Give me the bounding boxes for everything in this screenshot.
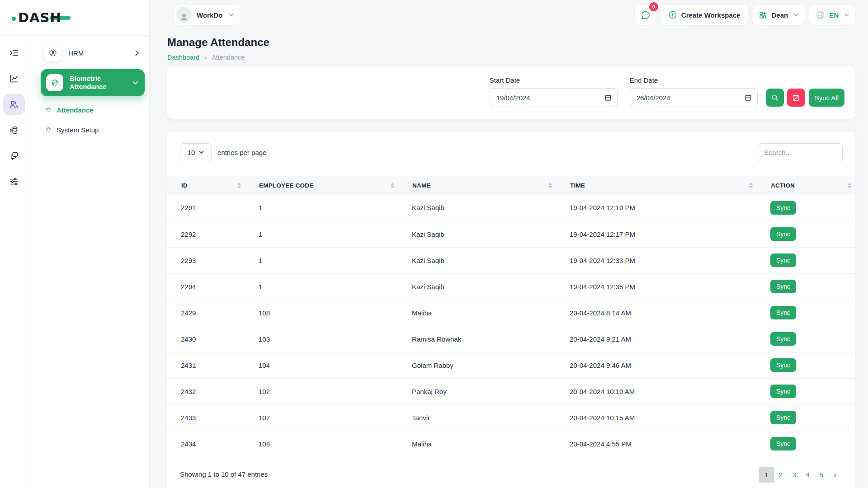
workspace-selector[interactable]: WorkDo [174,5,241,25]
user-name: Dean [771,11,788,19]
page-size-select[interactable]: 10 [180,143,212,161]
cell-code: 108 [245,431,398,457]
sync-button[interactable]: Sync [770,332,796,346]
cell-id: 2292 [167,221,245,247]
cell-name: Maliha [398,300,556,326]
svg-text:$: $ [9,128,12,132]
sync-button[interactable]: Sync [770,437,796,450]
sync-button[interactable]: Sync [770,253,796,267]
next-page-button[interactable]: › [828,467,842,483]
grid-plus-icon [759,11,767,19]
task-list-icon[interactable] [3,42,25,64]
column-header-time[interactable]: TIME [556,176,757,195]
icon-rail: $ [0,36,28,488]
sync-button[interactable]: Sync [770,385,796,398]
create-workspace-label: Create Workspace [681,11,741,19]
sidebar-item-system-setup[interactable]: System Setup [46,120,145,140]
cell-name: Kazi Saqib [398,247,556,273]
sort-icon[interactable] [749,183,753,188]
bullet-icon [45,127,52,133]
start-date-input[interactable]: 19/04/2024 [490,88,618,107]
cell-time: 19-04-2024 12:10 PM [556,195,757,221]
finance-icon[interactable]: $ [3,119,25,141]
search-icon [771,94,779,102]
cell-id: 2432 [167,378,245,404]
sort-icon[interactable] [391,183,394,188]
chevron-down-icon [229,13,234,17]
page-button-5[interactable]: 5 [815,467,828,483]
cell-time: 20-04-2024 9:46 AM [556,352,757,378]
column-header-employee-code[interactable]: EMPLOYEE CODE [245,176,398,195]
page-button-1[interactable]: 1 [759,467,774,483]
sliders-icon[interactable] [3,171,25,192]
table-row: 22911Kazi Saqib19-04-2024 12:10 PMSync [167,195,855,221]
users-icon[interactable] [3,94,25,115]
table-header-row: ID EMPLOYEE CODE NAME TIME ACTION [167,176,855,195]
sidebar-item-biometric-attendance[interactable]: Biometric Attendance [41,69,145,96]
sync-button[interactable]: Sync [770,201,796,215]
sidebar-item-attendance[interactable]: Attendance [46,100,145,120]
brand-logo[interactable]: DASH [12,10,61,25]
page-button-2[interactable]: 2 [774,467,788,483]
sidebar-item-hrm[interactable]: HRM [41,42,145,64]
logo-text: DASH [18,10,61,25]
sidebar-item-label: Biometric Attendance [70,75,123,90]
cell-time: 20-04-2024 4:55 PM [556,431,757,457]
filter-card: Start Date 19/04/2024 End Date 26/04/202… [167,66,855,119]
messages-icon[interactable] [3,145,25,167]
sync-button[interactable]: Sync [770,280,796,293]
table-row: 2432102Pankaj Roy20-04-2024 10:10 AMSync [167,378,855,404]
cell-code: 108 [245,300,398,326]
sort-icon[interactable] [548,183,552,188]
calendar-icon [745,94,752,101]
bullet-icon [45,107,52,113]
analytics-icon[interactable] [3,68,25,89]
cell-code: 1 [245,273,398,300]
cell-time: 19-04-2024 12:35 PM [556,273,757,300]
page-header: Manage Attendance Dashboard › Attendance [150,25,868,61]
sort-icon[interactable] [237,183,241,188]
sync-all-button[interactable]: Sync All [809,89,844,107]
column-header-name[interactable]: NAME [398,176,556,195]
chevron-down-icon [132,81,138,85]
language-selector[interactable]: EN [809,5,855,25]
table-search-input[interactable] [758,143,843,161]
page-title: Manage Attendance [167,36,855,49]
cell-name: Ramisa Rownak [398,326,556,352]
notifications-button[interactable]: 0 [635,5,656,25]
cell-code: 103 [245,326,398,352]
sync-button[interactable]: Sync [770,411,796,424]
cell-time: 20-04-2024 10:15 AM [556,404,757,431]
sidebar-item-label: Attendance [57,106,94,114]
sync-button[interactable]: Sync [770,358,796,372]
cell-code: 104 [245,352,398,378]
end-date-input[interactable]: 26/04/2024 [630,88,758,107]
reset-filter-button[interactable] [787,89,805,107]
cell-code: 102 [245,378,398,404]
sidebar-menu-panel: HRM Biometric Attendance [28,36,149,488]
page-button-4[interactable]: 4 [801,467,815,483]
create-workspace-button[interactable]: Create Workspace [660,5,748,25]
chevron-right-icon [135,50,139,56]
cell-name: Golam Rabby [398,352,556,378]
chat-bubble-icon [640,10,651,20]
search-filter-button[interactable] [766,89,784,107]
table-controls: 10 entries per page [167,143,855,161]
logo-dot [12,17,16,21]
sidebar: DASH $ [0,0,150,488]
language-code: EN [829,11,839,19]
table-row: 22941Kazi Saqib19-04-2024 12:35 PMSync [167,273,855,300]
table-row: 2429108Maliha20-04-2024 8:14 AMSync [167,300,855,326]
page-button-3[interactable]: 3 [788,467,801,483]
column-header-id[interactable]: ID [167,176,245,195]
column-header-action[interactable]: ACTION [757,176,855,195]
sort-icon[interactable] [848,183,851,188]
breadcrumb-dashboard-link[interactable]: Dashboard [167,54,199,61]
sync-button[interactable]: Sync [770,306,796,319]
table-wrap: ID EMPLOYEE CODE NAME TIME ACTION 22911K… [167,176,855,457]
sync-button[interactable]: Sync [770,227,796,241]
calendar-slash-icon [792,94,800,102]
user-menu[interactable]: Dean [752,5,805,25]
cell-id: 2293 [167,247,245,273]
workspace-name: WorkDo [197,11,222,19]
